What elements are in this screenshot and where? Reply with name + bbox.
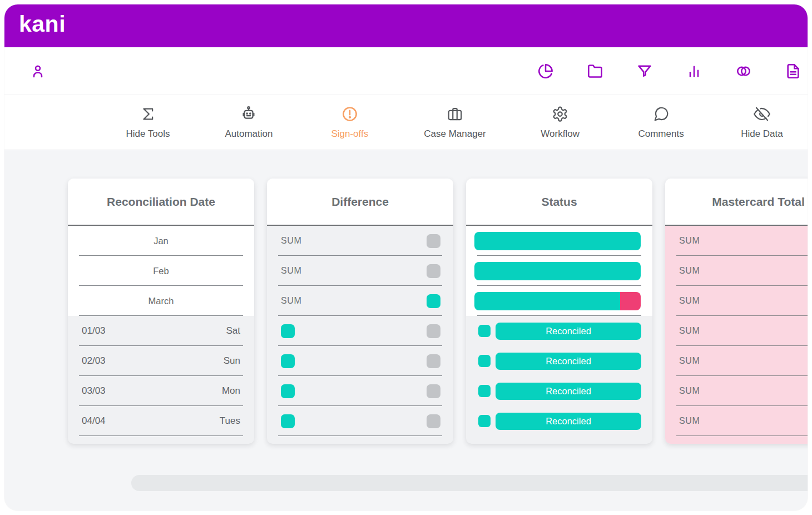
top-icon-bar <box>4 47 808 95</box>
status-bar-pink <box>620 292 641 310</box>
month-row[interactable]: Feb <box>68 256 254 286</box>
card-footer-strip <box>68 436 254 444</box>
venn-circles-icon[interactable] <box>736 63 751 79</box>
card-footer-strip <box>665 436 808 444</box>
status-chip-teal[interactable] <box>281 384 295 398</box>
sum-row[interactable]: SUM <box>665 316 808 346</box>
document-icon[interactable] <box>785 63 801 79</box>
folder-icon[interactable] <box>587 63 603 79</box>
status-bar-teal <box>474 232 641 250</box>
sum-row[interactable]: SUM <box>665 346 808 376</box>
date-row[interactable]: 01/03Sat <box>68 316 254 346</box>
reconciled-button[interactable]: Reconciled <box>496 353 641 370</box>
status-chip-teal[interactable] <box>281 354 295 368</box>
status-chip-teal[interactable] <box>478 415 491 427</box>
top-right-icons <box>538 63 801 79</box>
robot-icon <box>240 106 257 125</box>
status-bar-teal <box>474 262 641 280</box>
sigma-icon <box>140 106 156 125</box>
status-chip-gray[interactable] <box>427 264 440 278</box>
card-header: Mastercard Total <box>665 179 808 225</box>
day-cell: Tues <box>220 415 240 427</box>
status-chip-gray[interactable] <box>427 384 440 398</box>
date-cell: 01/03 <box>82 325 106 336</box>
date-row[interactable]: 04/04Tues <box>68 406 254 436</box>
user-icon[interactable] <box>30 63 46 79</box>
status-chip-teal[interactable] <box>427 294 440 308</box>
toolbar-label: Hide Data <box>741 128 783 140</box>
card-title: Difference <box>331 195 389 209</box>
card-header: Difference <box>267 179 453 225</box>
card-difference: Difference SUM SUM SUM <box>267 179 453 444</box>
date-cell: 02/03 <box>82 355 106 367</box>
briefcase-icon <box>447 106 463 125</box>
status-chip-teal[interactable] <box>478 385 491 397</box>
sum-cell: SUM <box>267 236 427 246</box>
status-chip-gray[interactable] <box>427 414 440 428</box>
status-chip-teal[interactable] <box>478 355 491 367</box>
toolbar-item-hide-tools[interactable]: Hide Tools <box>121 106 175 140</box>
card-status: Status Reconciled Reconciled Reconciled … <box>466 179 652 444</box>
status-bar-row <box>466 286 652 316</box>
reconciled-row: Reconciled <box>466 406 652 436</box>
toolbar-label: Sign-offs <box>331 128 368 140</box>
toolbar-label: Workflow <box>541 128 580 140</box>
chip-row[interactable] <box>267 316 453 346</box>
sum-row[interactable]: SUM <box>665 406 808 436</box>
status-bar-row <box>466 226 652 256</box>
toolbar-item-sign-offs[interactable]: Sign-offs <box>323 106 377 140</box>
card-reconciliation-date: Reconciliation Date Jan Feb March 01/03S… <box>68 179 254 444</box>
status-bar-row <box>466 256 652 286</box>
status-chip-gray[interactable] <box>427 234 440 248</box>
sum-row[interactable]: SUM <box>267 226 453 256</box>
chip-row[interactable] <box>267 406 453 436</box>
month-row[interactable]: March <box>68 286 254 316</box>
toolbar-label: Case Manager <box>424 128 486 140</box>
date-row[interactable]: 02/03Sun <box>68 346 254 376</box>
month-row[interactable]: Jan <box>68 226 254 256</box>
toolbar-item-workflow[interactable]: Workflow <box>533 106 587 140</box>
sum-row[interactable]: SUM <box>665 226 808 256</box>
sum-cell: SUM <box>267 296 427 306</box>
reconciled-row: Reconciled <box>466 346 652 376</box>
horizontal-scrollbar[interactable] <box>131 475 808 491</box>
sum-row[interactable]: SUM <box>665 376 808 406</box>
status-chip-teal[interactable] <box>478 325 491 337</box>
month-cell: Feb <box>68 266 254 276</box>
status-chip-teal[interactable] <box>281 324 295 338</box>
chip-row[interactable] <box>267 346 453 376</box>
toolbar-label: Hide Tools <box>126 128 170 140</box>
toolbar-item-hide-data[interactable]: Hide Data <box>735 106 789 140</box>
toolbar-item-comments[interactable]: Comments <box>635 106 688 140</box>
reconciled-button[interactable]: Reconciled <box>496 323 641 340</box>
bar-chart-icon[interactable] <box>686 63 702 79</box>
card-header: Reconciliation Date <box>68 179 254 225</box>
day-cell: Sun <box>224 355 240 367</box>
reconciled-row: Reconciled <box>466 376 652 406</box>
pie-chart-icon[interactable] <box>538 63 553 79</box>
reconciled-row: Reconciled <box>466 316 652 346</box>
sum-row[interactable]: SUM <box>267 256 453 286</box>
chat-bubble-icon <box>653 106 670 125</box>
sum-cell: SUM <box>665 416 808 426</box>
date-cell: 04/04 <box>82 415 106 427</box>
status-chip-gray[interactable] <box>427 354 440 368</box>
status-chip-teal[interactable] <box>281 414 295 428</box>
toolbar-label: Comments <box>638 128 684 140</box>
filter-icon[interactable] <box>637 63 652 79</box>
toolbar-item-automation[interactable]: Automation <box>222 106 275 140</box>
reconciled-button[interactable]: Reconciled <box>496 383 641 400</box>
toolbar-item-case-manager[interactable]: Case Manager <box>424 106 486 140</box>
status-chip-gray[interactable] <box>427 324 440 338</box>
sum-row[interactable]: SUM <box>665 286 808 316</box>
sum-row[interactable]: SUM <box>665 256 808 286</box>
day-cell: Mon <box>222 385 240 397</box>
sum-cell: SUM <box>665 296 808 306</box>
chip-row[interactable] <box>267 376 453 406</box>
status-bar-teal <box>474 292 620 310</box>
date-row[interactable]: 03/03Mon <box>68 376 254 406</box>
cards-row: Reconciliation Date Jan Feb March 01/03S… <box>68 179 808 444</box>
reconciled-button[interactable]: Reconciled <box>496 413 641 430</box>
sum-row[interactable]: SUM <box>267 286 453 316</box>
gear-icon <box>552 106 568 125</box>
